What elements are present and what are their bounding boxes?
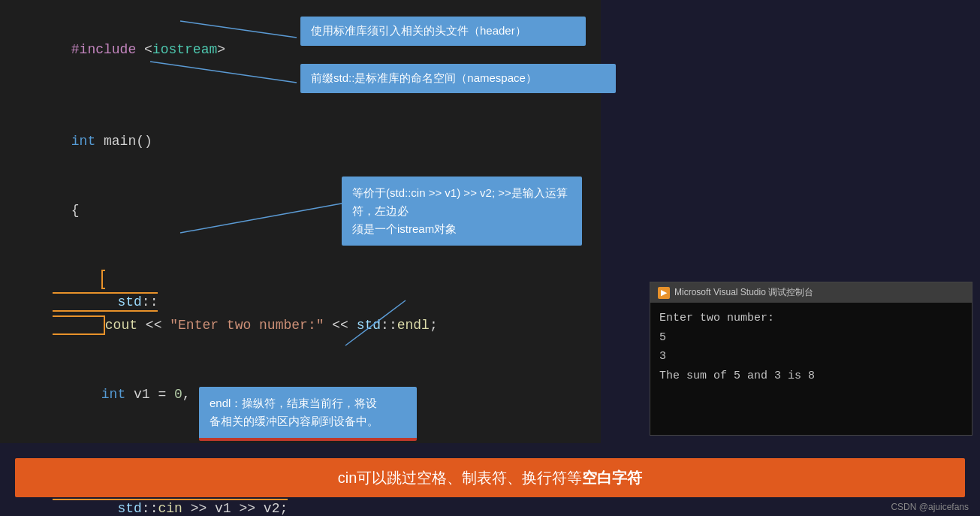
code-line-4: std:: cout << "Enter two number:" << std… — [23, 245, 578, 360]
vs-icon: ▶ — [658, 287, 670, 299]
banner-text-bold: 空白字符 — [582, 469, 642, 486]
banner-text: cin可以跳过空格、制表符、换行符等空白字符 — [338, 468, 643, 488]
console-titlebar: ▶ Microsoft Visual Studio 调试控制台 — [650, 282, 972, 303]
console-line-3: 3 — [659, 347, 963, 367]
cin-explain-text: 等价于(std::cin >> v1) >> v2; >>是输入运算符，左边必 … — [352, 186, 568, 235]
console-line-2: 5 — [659, 328, 963, 348]
main-container: #include <iostream> int main() { std:: c… — [0, 0, 980, 516]
annotation-namespace: 前缀std::是标准库的命名空间（namespace） — [300, 64, 616, 93]
console-line-1: Enter two number: — [659, 309, 963, 328]
annotation-header: 使用标准库须引入相关的头文件（header） — [300, 17, 586, 46]
annotation-cin: 等价于(std::cin >> v1) >> v2; >>是输入运算符，左边必 … — [342, 177, 582, 246]
endl-explain-text: endl：操纵符，结束当前行，将设 备相关的缓冲区内容刷到设备中。 — [210, 397, 378, 427]
annotation-endl: endl：操纵符，结束当前行，将设 备相关的缓冲区内容刷到设备中。 — [199, 387, 417, 441]
console-title: Microsoft Visual Studio 调试控制台 — [674, 286, 813, 299]
include-keyword: #include — [71, 42, 136, 57]
console-panel: ▶ Microsoft Visual Studio 调试控制台 Enter tw… — [650, 282, 972, 436]
csdn-attribution: CSDN @ajuicefans — [891, 502, 969, 512]
bottom-banner: cin可以跳过空格、制表符、换行符等空白字符 — [15, 458, 965, 497]
code-line-2: int main() — [23, 107, 578, 176]
console-content: Enter two number: 5 3 The sum of 5 and 3… — [650, 303, 972, 391]
console-line-4: The sum of 5 and 3 is 8 — [659, 367, 963, 386]
banner-text-normal: cin可以跳过空格、制表符、换行符等 — [338, 469, 583, 486]
